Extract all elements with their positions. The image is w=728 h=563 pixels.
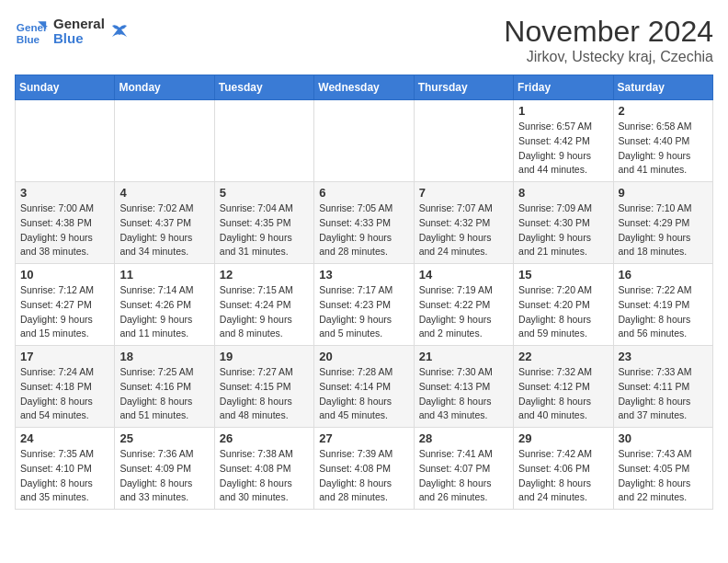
day-info: Sunrise: 7:14 AM Sunset: 4:26 PM Dayligh…	[119, 283, 209, 341]
weekday-header-thursday: Thursday	[414, 75, 513, 100]
day-number: 3	[20, 186, 109, 200]
calendar-cell	[115, 100, 214, 182]
day-info: Sunrise: 7:25 AM Sunset: 4:16 PM Dayligh…	[119, 365, 209, 423]
day-info: Sunrise: 7:09 AM Sunset: 4:30 PM Dayligh…	[518, 201, 608, 259]
day-number: 30	[619, 431, 708, 445]
calendar-cell: 9Sunrise: 7:10 AM Sunset: 4:29 PM Daylig…	[613, 182, 712, 264]
day-number: 17	[20, 350, 109, 363]
location-subtitle: Jirkov, Ustecky kraj, Czechia	[504, 49, 713, 65]
day-info: Sunrise: 7:32 AM Sunset: 4:12 PM Dayligh…	[518, 365, 608, 423]
day-info: Sunrise: 7:20 AM Sunset: 4:20 PM Dayligh…	[518, 283, 608, 341]
day-number: 10	[20, 268, 109, 282]
weekday-header-friday: Friday	[514, 75, 613, 100]
day-info: Sunrise: 7:42 AM Sunset: 4:06 PM Dayligh…	[518, 447, 608, 505]
day-info: Sunrise: 7:17 AM Sunset: 4:23 PM Dayligh…	[319, 283, 408, 341]
calendar-cell: 17Sunrise: 7:24 AM Sunset: 4:18 PM Dayli…	[16, 346, 115, 428]
calendar-cell: 28Sunrise: 7:41 AM Sunset: 4:07 PM Dayli…	[414, 428, 513, 510]
day-number: 27	[319, 431, 408, 445]
page-header: General Blue General Blue November 2024 …	[15, 15, 713, 65]
day-number: 1	[518, 104, 608, 118]
calendar-cell: 6Sunrise: 7:05 AM Sunset: 4:33 PM Daylig…	[314, 182, 414, 264]
day-info: Sunrise: 7:15 AM Sunset: 4:24 PM Dayligh…	[220, 283, 309, 341]
calendar-cell: 19Sunrise: 7:27 AM Sunset: 4:15 PM Dayli…	[214, 346, 313, 428]
day-info: Sunrise: 7:30 AM Sunset: 4:13 PM Dayligh…	[419, 365, 508, 423]
day-number: 20	[319, 350, 408, 363]
calendar-week-2: 3Sunrise: 7:00 AM Sunset: 4:38 PM Daylig…	[16, 182, 713, 264]
calendar-cell: 18Sunrise: 7:25 AM Sunset: 4:16 PM Dayli…	[115, 346, 214, 428]
day-number: 6	[319, 186, 408, 200]
day-info: Sunrise: 7:33 AM Sunset: 4:11 PM Dayligh…	[619, 365, 708, 423]
calendar-cell: 22Sunrise: 7:32 AM Sunset: 4:12 PM Dayli…	[514, 346, 613, 428]
day-number: 22	[518, 350, 608, 363]
month-title: November 2024	[504, 15, 713, 49]
day-info: Sunrise: 7:39 AM Sunset: 4:08 PM Dayligh…	[319, 447, 408, 505]
calendar-week-1: 1Sunrise: 6:57 AM Sunset: 4:42 PM Daylig…	[16, 100, 713, 182]
day-info: Sunrise: 7:04 AM Sunset: 4:35 PM Dayligh…	[220, 201, 309, 259]
calendar-cell: 10Sunrise: 7:12 AM Sunset: 4:27 PM Dayli…	[16, 264, 115, 346]
calendar-cell	[214, 100, 313, 182]
day-number: 11	[119, 268, 209, 282]
calendar-cell	[414, 100, 513, 182]
calendar-cell: 14Sunrise: 7:19 AM Sunset: 4:22 PM Dayli…	[414, 264, 513, 346]
day-info: Sunrise: 7:27 AM Sunset: 4:15 PM Dayligh…	[220, 365, 309, 423]
calendar-cell: 12Sunrise: 7:15 AM Sunset: 4:24 PM Dayli…	[214, 264, 313, 346]
weekday-header-monday: Monday	[115, 75, 214, 100]
calendar-cell: 23Sunrise: 7:33 AM Sunset: 4:11 PM Dayli…	[613, 346, 712, 428]
calendar-cell: 21Sunrise: 7:30 AM Sunset: 4:13 PM Dayli…	[414, 346, 513, 428]
day-info: Sunrise: 7:35 AM Sunset: 4:10 PM Dayligh…	[20, 447, 109, 505]
day-info: Sunrise: 7:28 AM Sunset: 4:14 PM Dayligh…	[319, 365, 408, 423]
weekday-header-tuesday: Tuesday	[214, 75, 313, 100]
logo-icon: General Blue	[15, 15, 48, 48]
logo-general: General	[53, 17, 105, 32]
calendar-cell: 15Sunrise: 7:20 AM Sunset: 4:20 PM Dayli…	[514, 264, 613, 346]
day-info: Sunrise: 7:10 AM Sunset: 4:29 PM Dayligh…	[619, 201, 708, 259]
calendar-cell: 5Sunrise: 7:04 AM Sunset: 4:35 PM Daylig…	[214, 182, 313, 264]
calendar-week-3: 10Sunrise: 7:12 AM Sunset: 4:27 PM Dayli…	[16, 264, 713, 346]
day-info: Sunrise: 6:58 AM Sunset: 4:40 PM Dayligh…	[619, 120, 708, 178]
calendar-table: SundayMondayTuesdayWednesdayThursdayFrid…	[15, 75, 713, 510]
day-number: 24	[20, 431, 109, 445]
day-info: Sunrise: 7:41 AM Sunset: 4:07 PM Dayligh…	[419, 447, 508, 505]
calendar-cell	[314, 100, 414, 182]
day-number: 7	[419, 186, 508, 200]
day-number: 5	[220, 186, 309, 200]
logo-bird-icon	[110, 22, 129, 40]
calendar-cell: 26Sunrise: 7:38 AM Sunset: 4:08 PM Dayli…	[214, 428, 313, 510]
day-number: 16	[619, 268, 708, 282]
calendar-cell: 16Sunrise: 7:22 AM Sunset: 4:19 PM Dayli…	[613, 264, 712, 346]
day-info: Sunrise: 7:02 AM Sunset: 4:37 PM Dayligh…	[119, 201, 209, 259]
day-number: 18	[119, 350, 209, 363]
calendar-cell: 27Sunrise: 7:39 AM Sunset: 4:08 PM Dayli…	[314, 428, 414, 510]
calendar-cell	[16, 100, 115, 182]
calendar-cell: 25Sunrise: 7:36 AM Sunset: 4:09 PM Dayli…	[115, 428, 214, 510]
day-info: Sunrise: 7:00 AM Sunset: 4:38 PM Dayligh…	[20, 201, 109, 259]
day-info: Sunrise: 7:05 AM Sunset: 4:33 PM Dayligh…	[319, 201, 408, 259]
day-info: Sunrise: 7:38 AM Sunset: 4:08 PM Dayligh…	[220, 447, 309, 505]
calendar-week-4: 17Sunrise: 7:24 AM Sunset: 4:18 PM Dayli…	[16, 346, 713, 428]
day-number: 23	[619, 350, 708, 363]
day-number: 25	[119, 431, 209, 445]
day-info: Sunrise: 7:22 AM Sunset: 4:19 PM Dayligh…	[619, 283, 708, 341]
day-number: 26	[220, 431, 309, 445]
day-number: 28	[419, 431, 508, 445]
calendar-cell: 11Sunrise: 7:14 AM Sunset: 4:26 PM Dayli…	[115, 264, 214, 346]
day-number: 2	[619, 104, 708, 118]
day-number: 21	[419, 350, 508, 363]
calendar-cell: 3Sunrise: 7:00 AM Sunset: 4:38 PM Daylig…	[16, 182, 115, 264]
day-number: 4	[119, 186, 209, 200]
day-info: Sunrise: 7:43 AM Sunset: 4:05 PM Dayligh…	[619, 447, 708, 505]
day-info: Sunrise: 6:57 AM Sunset: 4:42 PM Dayligh…	[518, 120, 608, 178]
day-info: Sunrise: 7:19 AM Sunset: 4:22 PM Dayligh…	[419, 283, 508, 341]
calendar-cell: 7Sunrise: 7:07 AM Sunset: 4:32 PM Daylig…	[414, 182, 513, 264]
calendar-cell: 1Sunrise: 6:57 AM Sunset: 4:42 PM Daylig…	[514, 100, 613, 182]
title-block: November 2024 Jirkov, Ustecky kraj, Czec…	[504, 15, 713, 65]
calendar-cell: 20Sunrise: 7:28 AM Sunset: 4:14 PM Dayli…	[314, 346, 414, 428]
weekday-header-sunday: Sunday	[16, 75, 115, 100]
day-number: 29	[518, 431, 608, 445]
calendar-cell: 30Sunrise: 7:43 AM Sunset: 4:05 PM Dayli…	[613, 428, 712, 510]
day-info: Sunrise: 7:24 AM Sunset: 4:18 PM Dayligh…	[20, 365, 109, 423]
calendar-header: SundayMondayTuesdayWednesdayThursdayFrid…	[16, 75, 713, 100]
weekday-header-saturday: Saturday	[613, 75, 712, 100]
day-number: 15	[518, 268, 608, 282]
day-number: 8	[518, 186, 608, 200]
